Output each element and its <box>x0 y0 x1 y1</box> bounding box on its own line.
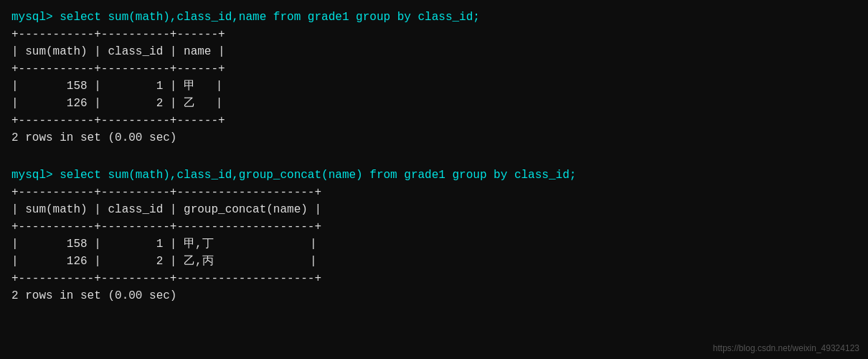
table-header-2: | sum(math) | class_id | group_concat(na… <box>11 201 857 218</box>
spacer <box>11 149 857 167</box>
table-header-1: | sum(math) | class_id | name | <box>11 43 857 60</box>
table-border-top-2: +-----------+----------+----------------… <box>11 184 857 201</box>
table-row-1-2: | 126 | 2 | 乙 | <box>11 95 857 112</box>
table-header-border-1: +-----------+----------+------+ <box>11 60 857 78</box>
query-block-2: mysql> select sum(math),class_id,group_c… <box>11 167 857 304</box>
watermark: https://blog.csdn.net/weixin_49324123 <box>713 343 859 353</box>
query-line-1: mysql> select sum(math),class_id,name fr… <box>11 9 857 26</box>
table-border-bottom-2: +-----------+----------+----------------… <box>11 270 857 287</box>
result-info-1: 2 rows in set (0.00 sec) <box>11 129 857 146</box>
table-border-top-1: +-----------+----------+------+ <box>11 26 857 43</box>
query-line-2: mysql> select sum(math),class_id,group_c… <box>11 167 857 184</box>
table-row-2-2: | 126 | 2 | 乙,丙 | <box>11 253 857 270</box>
table-border-bottom-1: +-----------+----------+------+ <box>11 112 857 129</box>
result-info-2: 2 rows in set (0.00 sec) <box>11 287 857 304</box>
terminal-window: mysql> select sum(math),class_id,name fr… <box>0 0 868 359</box>
query-block-1: mysql> select sum(math),class_id,name fr… <box>11 9 857 146</box>
table-header-border-2: +-----------+----------+----------------… <box>11 218 857 236</box>
table-row-1-1: | 158 | 1 | 甲 | <box>11 78 857 95</box>
table-row-2-1: | 158 | 1 | 甲,丁 | <box>11 236 857 253</box>
